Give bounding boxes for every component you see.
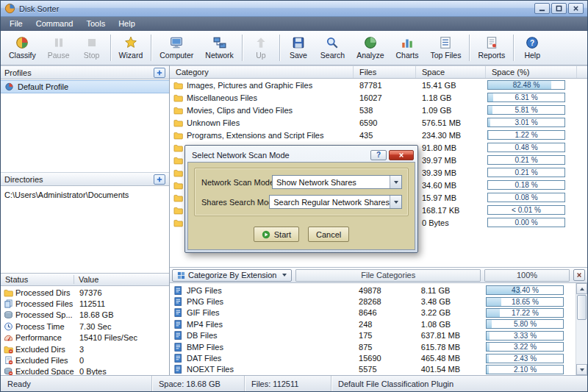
category-row[interactable]: Images, Pictures and Graphic Files877811…: [170, 79, 587, 91]
space-percent-column-header[interactable]: Space (%): [486, 66, 577, 78]
reports-button[interactable]: Reports: [472, 32, 511, 63]
extension-row[interactable]: JPG Files498788.11 GB43.40 %: [170, 285, 576, 296]
space-cell: 637.81 MB: [415, 331, 485, 340]
directory-list-item[interactable]: C:\Users\Administrator\Documents: [4, 189, 165, 201]
pause-button[interactable]: Pause: [42, 32, 76, 63]
folder-icon: [173, 93, 183, 102]
top-files-button[interactable]: Top Files: [424, 32, 467, 63]
close-button[interactable]: [568, 3, 584, 14]
excluded-folder-icon-box: [1, 345, 15, 354]
scale-header-button[interactable]: 100%: [484, 269, 570, 282]
extension-row[interactable]: GIF Files86463.22 GB17.22 %: [170, 307, 576, 318]
toolbar-button-label: Classify: [9, 51, 36, 60]
space-column-header[interactable]: Space: [416, 66, 486, 78]
value-column-header[interactable]: Value: [74, 275, 98, 284]
network-button[interactable]: Network: [199, 32, 240, 63]
files-cell: 8646: [353, 308, 415, 317]
status-value: 97376: [74, 288, 169, 297]
status-row[interactable]: Process Time7.30 Sec: [1, 321, 169, 332]
status-row[interactable]: Performance15410 Files/Sec: [1, 332, 169, 343]
classify-button[interactable]: Classify: [3, 32, 42, 63]
stop-button[interactable]: Stop: [76, 32, 108, 63]
status-column-header[interactable]: Status: [1, 275, 74, 284]
arrow-up-icon: [580, 288, 584, 291]
percent-value: 5.81 %: [514, 106, 537, 114]
bottom-toolbar: Categorize By Extension File Categories …: [170, 267, 587, 283]
up-button[interactable]: Up: [245, 32, 277, 63]
percent-cell: 17.22 %: [484, 308, 576, 318]
files-cell: 15690: [353, 354, 415, 363]
dialog-close-button[interactable]: [389, 150, 414, 160]
extension-row[interactable]: DB Files175637.81 MB3.33 %: [170, 330, 576, 341]
extension-row[interactable]: PNG Files282683.48 GB18.65 %: [170, 296, 576, 307]
status-label: Excluded Dirs: [15, 345, 74, 354]
extension-row[interactable]: MP4 Files2481.08 GB5.80 %: [170, 318, 576, 329]
grid-icon: [177, 271, 185, 279]
menu-item-tools[interactable]: Tools: [79, 17, 112, 31]
minimize-icon: [539, 5, 545, 12]
menu-item-command[interactable]: Command: [29, 17, 80, 31]
close-bottom-panel-button[interactable]: [573, 269, 585, 281]
percent-cell: 0.00 %: [486, 218, 577, 227]
save-icon: [292, 36, 305, 49]
files-cell: 175: [353, 331, 415, 340]
cancel-button[interactable]: Cancel: [308, 227, 349, 242]
scrollbar-track[interactable]: [576, 321, 587, 364]
status-value: 3: [74, 345, 169, 354]
status-row[interactable]: Processed Dirs97376: [1, 287, 169, 298]
save-button[interactable]: Save: [282, 32, 315, 63]
add-directory-button[interactable]: [154, 174, 165, 185]
extension-row[interactable]: BMP Files875615.78 MB3.22 %: [170, 341, 576, 352]
percent-value: 2.43 %: [514, 354, 537, 363]
computer-button[interactable]: Computer: [154, 32, 199, 63]
categorize-mode-dropdown[interactable]: Categorize By Extension: [172, 269, 292, 282]
clock-icon-box: [1, 322, 15, 331]
help-button[interactable]: ?Help: [516, 32, 548, 63]
status-row[interactable]: Excluded Space0 Bytes: [1, 366, 169, 375]
percent-bar: 0.21 %: [487, 155, 565, 165]
category-row[interactable]: Programs, Extensions and Script Files435…: [170, 129, 587, 141]
percent-bar: 0.08 %: [487, 193, 565, 202]
search-button[interactable]: Search: [315, 32, 351, 63]
space-cell: 401.54 MB: [415, 365, 485, 374]
name-text: PNG Files: [187, 297, 223, 306]
file-categories-header-button[interactable]: File Categories: [295, 269, 481, 282]
menu-item-file[interactable]: File: [3, 17, 29, 31]
chevron-down-icon[interactable]: [390, 196, 401, 208]
dialog-titlebar[interactable]: Select Network Scan Mode ?: [187, 148, 415, 162]
extension-row[interactable]: DAT Files15690465.48 MB2.43 %: [170, 352, 576, 363]
network-icon: [213, 36, 226, 49]
status-row[interactable]: Processed Files112511: [1, 298, 169, 309]
shares-search-mode-select[interactable]: Search Regular Network Shares: [269, 195, 402, 209]
category-row[interactable]: Movies, Clips and Video Files5381.09 GB5…: [170, 104, 587, 116]
dialog-body: Network Scan Mode: Show Network Shares S…: [187, 162, 415, 250]
percent-value: 3.22 %: [514, 343, 537, 351]
add-profile-button[interactable]: [154, 68, 165, 78]
charts-button[interactable]: Charts: [390, 32, 424, 63]
category-row[interactable]: Miscellaneous Files160271.18 GB6.31 %: [170, 91, 587, 104]
dialog-help-button[interactable]: ?: [370, 150, 387, 160]
scrollbar-thumb[interactable]: [577, 295, 587, 320]
maximize-button[interactable]: [551, 3, 567, 14]
scroll-down-button[interactable]: [576, 364, 587, 375]
analyze-button[interactable]: Analyze: [351, 32, 390, 63]
status-value: 112511: [74, 299, 169, 308]
percent-bar-fill: [487, 366, 488, 374]
file-type-icon: [173, 286, 183, 295]
network-scan-mode-select[interactable]: Show Network Shares: [272, 175, 402, 189]
profile-list-item[interactable]: Default Profile: [1, 80, 169, 93]
menu-item-help[interactable]: Help: [112, 17, 142, 31]
status-row[interactable]: Excluded Dirs3: [1, 343, 169, 354]
chevron-down-icon[interactable]: [390, 176, 401, 188]
minimize-button[interactable]: [534, 3, 550, 14]
scroll-up-button[interactable]: [576, 283, 587, 294]
files-column-header[interactable]: Files: [354, 66, 416, 78]
extension-row[interactable]: NOEXT Files5575401.54 MB2.10 %: [170, 364, 576, 375]
wizard-button[interactable]: Wizard: [113, 32, 149, 63]
start-button[interactable]: Start: [254, 227, 299, 242]
category-column-header[interactable]: Category: [170, 66, 354, 78]
titlebar[interactable]: Disk Sorter: [1, 1, 587, 17]
category-row[interactable]: Unknown Files6590576.51 MB3.01 %: [170, 116, 587, 129]
status-row[interactable]: Excluded Files0: [1, 354, 169, 366]
status-row[interactable]: Processed Sp...18.68 GB: [1, 310, 169, 321]
